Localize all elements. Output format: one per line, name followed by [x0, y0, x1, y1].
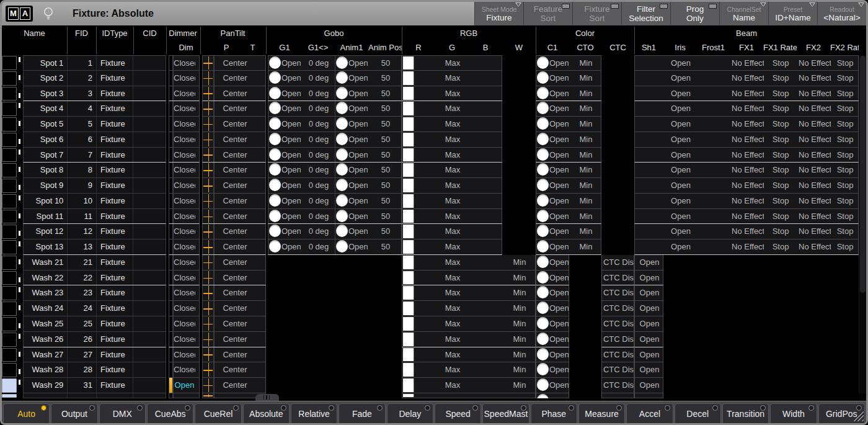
- fixture-name[interactable]: Spot 8: [24, 163, 67, 177]
- fixture-name[interactable]: Wash 22: [24, 271, 67, 285]
- fixture-row-wash-26[interactable]: Wash 2626FixtureClosedCenterMaxMinOpenCT…: [2, 332, 866, 347]
- custom-id[interactable]: [133, 255, 166, 270]
- shutter-cell[interactable]: Open: [634, 316, 663, 332]
- color-cells[interactable]: OpenMin: [536, 132, 601, 148]
- column-group-idtype[interactable]: IDType: [96, 25, 133, 40]
- column-group-rgb[interactable]: RGB: [402, 25, 536, 40]
- id-type[interactable]: Fixture: [96, 163, 133, 177]
- dimmer-cell[interactable]: Closed: [169, 86, 200, 102]
- id-type[interactable]: Fixture: [96, 56, 133, 70]
- fixture-row-spot-9[interactable]: Spot 99FixtureClosedCenterOpen0 degOpen5…: [2, 178, 866, 194]
- fixture-name[interactable]: [24, 393, 67, 398]
- custom-id[interactable]: [133, 316, 166, 331]
- fixture-id[interactable]: 23: [67, 285, 96, 300]
- beam-cells[interactable]: OpenNo EffectStopNo EffectStop: [634, 224, 859, 239]
- custom-id[interactable]: [133, 362, 166, 377]
- dimmer-cell[interactable]: Closed: [169, 362, 200, 378]
- titlebar-button-sheet-mode[interactable]: Sheet ModeFixture: [474, 2, 523, 25]
- custom-id[interactable]: [133, 285, 166, 300]
- gobo-cells[interactable]: Open0 degOpen50: [268, 132, 402, 148]
- column-header-r[interactable]: R: [402, 40, 435, 55]
- pantilt-cell[interactable]: Center: [202, 239, 266, 255]
- beam-cells[interactable]: OpenNo EffectStopNo EffectStop: [634, 117, 859, 132]
- ctc-cell[interactable]: CTC Dis: [601, 332, 634, 347]
- id-type[interactable]: Fixture: [96, 209, 133, 224]
- dimmer-cell[interactable]: Closed: [169, 301, 200, 316]
- dimmer-cell[interactable]: Closed: [169, 271, 200, 286]
- pantilt-cell[interactable]: Center: [202, 71, 266, 86]
- pan-tilt-value-cell[interactable]: Center: [214, 86, 255, 101]
- column-header-sh1[interactable]: Sh1: [634, 40, 663, 55]
- gobo1-cell[interactable]: Open0 deg: [268, 101, 335, 116]
- fixture-name[interactable]: Spot 2: [24, 71, 67, 86]
- fixture-row-spot-13[interactable]: Spot 1313FixtureClosedCenterOpen0 degOpe…: [2, 239, 866, 255]
- selection-box[interactable]: [2, 117, 17, 132]
- pan-tilt-value-cell[interactable]: Center: [214, 271, 255, 285]
- fixture-row-spot-10[interactable]: Spot 1010FixtureClosedCenterOpen0 degOpe…: [2, 194, 866, 209]
- fixture-row-spot-1[interactable]: Spot 11FixtureClosedCenterOpen0 degOpen5…: [2, 55, 866, 71]
- fixture-id[interactable]: 10: [67, 194, 96, 208]
- selection-box[interactable]: [2, 194, 17, 208]
- selection-box[interactable]: [2, 71, 17, 86]
- fixture-id[interactable]: 7: [67, 148, 96, 163]
- gobo-cells[interactable]: Open0 degOpen50: [268, 86, 402, 102]
- pan-tilt-value-cell[interactable]: Center: [214, 209, 255, 224]
- rgb-cells[interactable]: Max: [402, 163, 502, 178]
- pan-tilt-value-cell[interactable]: Center: [214, 71, 255, 86]
- custom-id[interactable]: [133, 239, 166, 254]
- selection-box[interactable]: [2, 302, 17, 316]
- fixture-id[interactable]: 26: [67, 332, 96, 347]
- identity-cells[interactable]: Wash 2222Fixture: [23, 271, 166, 286]
- identity-cells[interactable]: Wash 2121Fixture: [23, 255, 166, 271]
- rgb-cells[interactable]: Max: [402, 132, 502, 148]
- pan-tilt-value-cell[interactable]: Center: [214, 163, 255, 177]
- dimmer-value-cell[interactable]: Closed: [173, 301, 196, 316]
- fixture-name[interactable]: Spot 5: [24, 117, 67, 132]
- dimmer-value-cell[interactable]: Closed: [173, 56, 196, 70]
- id-type[interactable]: Fixture: [96, 378, 133, 393]
- fixture-name[interactable]: Wash 23: [24, 285, 67, 300]
- pan-tilt-value-cell[interactable]: Center: [214, 285, 255, 300]
- gobo-anim-cell[interactable]: Open50: [335, 86, 401, 101]
- color-cells[interactable]: OpenMin: [536, 117, 601, 132]
- identity-cells[interactable]: Wash 2626Fixture: [23, 332, 166, 347]
- title-bar[interactable]: M A Fixture: Absolute Sheet ModeFixtureF…: [2, 2, 866, 25]
- identity-cells[interactable]: Wash 2727Fixture: [23, 347, 166, 363]
- beam-cells[interactable]: OpenNo EffectStopNo EffectStop: [634, 71, 859, 86]
- identity-cells[interactable]: [23, 393, 166, 398]
- fixture-id[interactable]: 12: [67, 224, 96, 239]
- gobo-anim-cell[interactable]: Open50: [335, 178, 401, 193]
- shutter-cell[interactable]: Open: [634, 255, 663, 271]
- fixture-row-wash-22[interactable]: Wash 2222FixtureClosedCenterMaxMinOpenCT…: [2, 271, 866, 286]
- column-header-b[interactable]: B: [469, 40, 502, 55]
- fixture-name[interactable]: Wash 24: [24, 301, 67, 316]
- tab-dmx[interactable]: DMX: [99, 403, 146, 423]
- gobo-cells[interactable]: Open0 degOpen50: [268, 117, 402, 132]
- column-header-t[interactable]: T: [239, 40, 266, 55]
- identity-cells[interactable]: Spot 88Fixture: [23, 163, 166, 178]
- pan-tilt-value-cell[interactable]: Center: [214, 56, 255, 70]
- tab-output[interactable]: Output: [51, 403, 97, 423]
- color-wheel-cell[interactable]: Open: [536, 347, 569, 363]
- gobo-anim-cell[interactable]: Open50: [335, 163, 401, 177]
- custom-id[interactable]: [133, 86, 166, 101]
- dimmer-cell[interactable]: Closed: [169, 55, 200, 71]
- gobo1-cell[interactable]: Open0 deg: [268, 178, 335, 193]
- titlebar-button-preset[interactable]: PresetID+Name: [768, 2, 817, 25]
- identity-cells[interactable]: Spot 11Fixture: [23, 55, 166, 71]
- id-type[interactable]: Fixture: [96, 239, 133, 254]
- ctc-cell[interactable]: CTC Dis: [601, 301, 634, 316]
- pan-tilt-value-cell[interactable]: Center: [214, 132, 255, 147]
- ctc-cell[interactable]: CTC Dis: [601, 271, 634, 286]
- id-type[interactable]: Fixture: [96, 101, 133, 116]
- column-group-beam[interactable]: Beam: [634, 25, 859, 40]
- identity-cells[interactable]: Spot 99Fixture: [23, 178, 166, 194]
- selection-box[interactable]: [2, 317, 17, 331]
- column-header-ctc[interactable]: CTC: [601, 40, 634, 55]
- custom-id[interactable]: [133, 332, 166, 347]
- dimmer-cell[interactable]: Closed: [169, 148, 200, 163]
- pantilt-cell[interactable]: Center: [202, 362, 266, 378]
- pantilt-cell[interactable]: Center: [202, 101, 266, 117]
- titlebar-button-progonly[interactable]: ProgOnly: [670, 2, 719, 25]
- custom-id[interactable]: [133, 163, 166, 177]
